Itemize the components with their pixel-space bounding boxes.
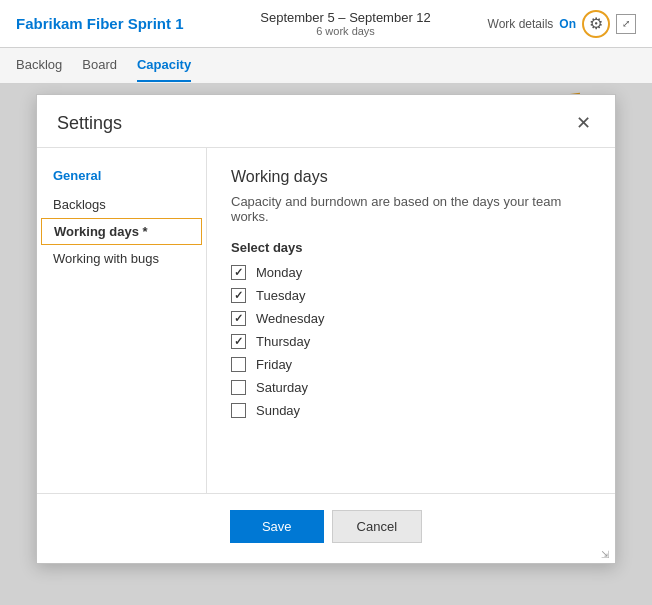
checkbox-monday[interactable] — [231, 265, 246, 280]
sprint-workdays: 6 work days — [204, 25, 488, 37]
gear-icon: ⚙ — [589, 14, 603, 33]
sidebar-section-general: General — [37, 164, 206, 191]
day-label-tuesday: Tuesday — [256, 288, 305, 303]
work-details-label: Work details — [488, 17, 554, 31]
dialog-sidebar: General Backlogs Working days * Working … — [37, 148, 207, 493]
checkbox-tuesday[interactable] — [231, 288, 246, 303]
gear-button[interactable]: ⚙ — [582, 10, 610, 38]
day-row-thursday: Thursday — [231, 334, 591, 349]
day-row-monday: Monday — [231, 265, 591, 280]
day-label-friday: Friday — [256, 357, 292, 372]
modal-overlay: Settings ✕ General Backlogs Working days… — [0, 84, 652, 605]
work-details-area: Work details On ⚙ ⤢ — [488, 10, 636, 38]
day-row-tuesday: Tuesday — [231, 288, 591, 303]
expand-icon: ⤢ — [622, 18, 630, 29]
dialog-title: Settings — [57, 113, 122, 134]
resize-handle[interactable]: ⇲ — [601, 549, 613, 561]
day-row-friday: Friday — [231, 357, 591, 372]
save-button[interactable]: Save — [230, 510, 324, 543]
nav-tabs: Backlog Board Capacity — [0, 48, 652, 84]
top-bar: Fabrikam Fiber Sprint 1 September 5 – Se… — [0, 0, 652, 48]
sidebar-item-working-days[interactable]: Working days * — [41, 218, 202, 245]
expand-button[interactable]: ⤢ — [616, 14, 636, 34]
sidebar-item-working-with-bugs[interactable]: Working with bugs — [37, 245, 206, 272]
checkbox-thursday[interactable] — [231, 334, 246, 349]
dialog-header: Settings ✕ — [37, 95, 615, 148]
dialog-footer: Save Cancel — [37, 493, 615, 563]
tab-board[interactable]: Board — [82, 49, 117, 82]
dialog-body: General Backlogs Working days * Working … — [37, 148, 615, 493]
checkbox-friday[interactable] — [231, 357, 246, 372]
select-days-label: Select days — [231, 240, 591, 255]
sidebar-item-backlogs[interactable]: Backlogs — [37, 191, 206, 218]
background-content: Settings ✕ General Backlogs Working days… — [0, 84, 652, 605]
sprint-dates: September 5 – September 12 — [204, 10, 488, 25]
work-details-toggle[interactable]: On — [559, 17, 576, 31]
day-label-wednesday: Wednesday — [256, 311, 324, 326]
day-row-saturday: Saturday — [231, 380, 591, 395]
tab-capacity[interactable]: Capacity — [137, 49, 191, 82]
checkbox-sunday[interactable] — [231, 403, 246, 418]
day-label-monday: Monday — [256, 265, 302, 280]
day-label-saturday: Saturday — [256, 380, 308, 395]
cancel-button[interactable]: Cancel — [332, 510, 422, 543]
settings-dialog: Settings ✕ General Backlogs Working days… — [36, 94, 616, 564]
day-row-sunday: Sunday — [231, 403, 591, 418]
day-row-wednesday: Wednesday — [231, 311, 591, 326]
content-description: Capacity and burndown are based on the d… — [231, 194, 591, 224]
project-title: Fabrikam Fiber Sprint 1 — [16, 15, 184, 32]
checkbox-saturday[interactable] — [231, 380, 246, 395]
close-button[interactable]: ✕ — [571, 111, 595, 135]
checkbox-wednesday[interactable] — [231, 311, 246, 326]
sprint-info: September 5 – September 12 6 work days — [204, 10, 488, 37]
day-label-sunday: Sunday — [256, 403, 300, 418]
dialog-content: Working days Capacity and burndown are b… — [207, 148, 615, 493]
content-title: Working days — [231, 168, 591, 186]
tab-backlog[interactable]: Backlog — [16, 49, 62, 82]
day-label-thursday: Thursday — [256, 334, 310, 349]
